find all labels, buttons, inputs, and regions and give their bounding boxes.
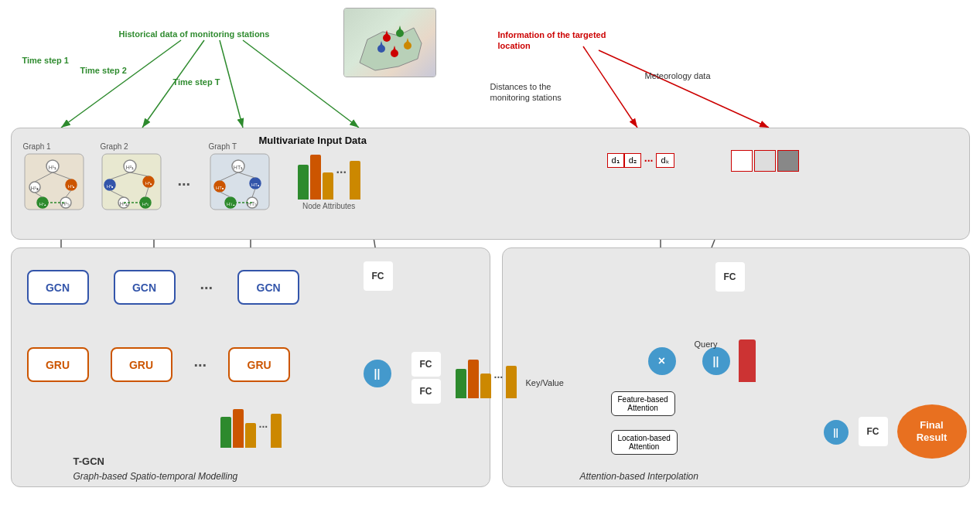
svg-text:HT₅: HT₅ xyxy=(247,201,256,206)
dist-dots: ··· xyxy=(641,155,657,167)
query-label: Query xyxy=(695,339,718,349)
svg-text:H²₄: H²₄ xyxy=(119,201,127,206)
time-step1-label: Time step 1 xyxy=(22,56,69,65)
bottom-bars: ··· xyxy=(220,405,282,448)
gru-box1: GRU xyxy=(27,347,89,382)
info-targeted-label: Information of the targetedlocation xyxy=(498,29,606,52)
fc-mid-stack: FC FC xyxy=(411,352,441,404)
gcn-box2: GCN xyxy=(114,270,176,305)
concat-circle-mid: || xyxy=(364,360,391,387)
svg-text:H²₃: H²₃ xyxy=(106,184,113,189)
concat-circle-right: || xyxy=(702,347,730,375)
node-attributes-label: Node Attributes xyxy=(302,202,355,210)
gcn-row: GCN GCN ··· GCN xyxy=(27,270,300,305)
fc-box-final: FC xyxy=(859,417,888,446)
svg-text:HT₂: HT₂ xyxy=(251,183,260,187)
gru-row: GRU GRU ··· GRU xyxy=(27,347,291,382)
multiply-circle-elem: × xyxy=(648,347,676,375)
time-stepT-label: Time step T xyxy=(173,77,220,87)
multiply-icon: × xyxy=(648,347,676,375)
key-value-label: Key/Value xyxy=(526,378,564,387)
graph1-label: Graph 1 xyxy=(23,142,85,151)
red-bar-container xyxy=(739,339,756,382)
meteo-label: Meteorology data xyxy=(645,71,711,80)
meteo-boxes xyxy=(731,150,799,172)
middle-bars: ··· xyxy=(456,356,517,398)
concat-icon-final: || xyxy=(824,420,849,445)
concat-icon-right: || xyxy=(702,347,730,375)
gcn-dots: ··· xyxy=(200,280,213,295)
final-result-container: FinalResult xyxy=(897,404,967,459)
dk-box: dₖ xyxy=(656,153,674,168)
multivariate-title: Multivariate Input Data xyxy=(259,135,367,146)
node-attributes-container: ··· Node Attributes xyxy=(298,145,360,210)
graphT-container: Graph T HT₁ HT₃ HT₂ HT₄ HT₅ xyxy=(209,142,271,213)
meteo-box2 xyxy=(754,150,776,172)
attention-label: Attention-based Interpolation xyxy=(580,471,698,482)
feature-attention-label: Feature-basedAttention xyxy=(611,391,675,416)
multivariate-panel: Multivariate Input Data Graph 1 H¹₁ H¹₃ … xyxy=(11,128,970,240)
gru-box2: GRU xyxy=(111,347,172,382)
gcn-box1: GCN xyxy=(27,270,89,305)
distances-label: Distances to themonitoring stations xyxy=(490,81,562,104)
fc-box-node-top: FC xyxy=(364,261,393,291)
svg-text:H¹₅: H¹₅ xyxy=(61,201,69,206)
distance-boxes: d₁ d₂ ··· dₖ xyxy=(607,153,674,168)
graphT-label: Graph T xyxy=(209,142,271,151)
d1-box: d₁ xyxy=(607,153,624,168)
svg-text:H²₁: H²₁ xyxy=(125,165,133,170)
svg-marker-41 xyxy=(398,26,402,33)
gru-box3: GRU xyxy=(228,347,290,382)
svg-text:H¹₁: H¹₁ xyxy=(48,165,56,170)
graph2-container: Graph 2 H²₁ H²₃ H²₂ H²₄ H²₅ xyxy=(101,142,162,213)
graph2-label: Graph 2 xyxy=(101,142,162,151)
gcn-box3: GCN xyxy=(237,270,299,305)
dots1: ··· xyxy=(178,176,191,192)
fc-box-mid1: FC xyxy=(411,352,441,377)
feature-attention-box: Feature-basedAttention xyxy=(611,391,675,416)
time-step2-label: Time step 2 xyxy=(80,66,127,75)
attention-panel: FC × || Key/Value Query Feature-basedAtt… xyxy=(502,247,970,487)
svg-text:HT₁: HT₁ xyxy=(233,165,242,170)
fc-box-top: FC xyxy=(715,262,745,292)
fc-box-mid2: FC xyxy=(411,379,441,404)
svg-text:HT₃: HT₃ xyxy=(216,186,224,190)
final-result-button: FinalResult xyxy=(897,404,967,459)
concat-circle-final: || xyxy=(824,420,849,445)
map-image xyxy=(343,8,436,77)
location-attention-box: Location-basedAttention xyxy=(611,430,678,455)
meteo-box1 xyxy=(731,150,753,172)
d2-box: d₂ xyxy=(624,153,641,168)
svg-text:H¹₂: H¹₂ xyxy=(67,184,74,189)
fc-top-right: FC xyxy=(715,262,745,292)
concat-icon-mid: || xyxy=(364,360,391,387)
location-attention-label: Location-basedAttention xyxy=(611,430,678,455)
meteo-box3 xyxy=(777,150,799,172)
tgcn-label: T-GCN xyxy=(73,455,104,467)
fc-node-top: FC xyxy=(364,261,393,291)
hist-data-label: Historical data of monitoring stations xyxy=(119,29,270,39)
svg-text:H¹₃: H¹₃ xyxy=(30,186,38,191)
fc-final-box: FC xyxy=(859,417,888,446)
gru-dots: ··· xyxy=(194,357,207,373)
graph1-container: Graph 1 H¹₁ H¹₃ H¹₂ H¹₄ H¹₅ xyxy=(23,142,85,213)
svg-text:H²₂: H²₂ xyxy=(145,181,152,186)
graph-based-label: Graph-based Spatio-temporal Modelling xyxy=(73,471,238,482)
